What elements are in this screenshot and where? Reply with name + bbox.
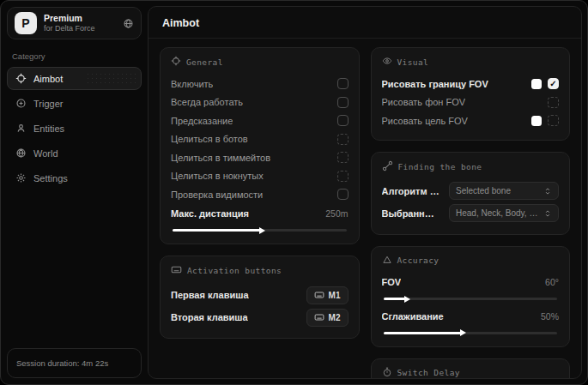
toggle-row: Целиться в тиммейтов (171, 148, 349, 167)
bone-algorithm-select[interactable]: Selected bone (449, 182, 559, 200)
slider-thumb[interactable] (404, 296, 410, 303)
smoothing-slider-group: Сглаживание 50% (382, 307, 560, 334)
slider-label: Макс. дистанция (171, 208, 249, 219)
general-header: General (171, 56, 349, 68)
bone-card: Finding the bone Алгоритм поиска кости S… (371, 152, 571, 235)
sidebar-item-label: Trigger (33, 99, 63, 109)
sidebar-item-aimbot[interactable]: Aimbot (7, 67, 142, 90)
keybind-value: M1 (329, 291, 341, 300)
app-titles: Premium for Delta Force (44, 13, 116, 33)
sidebar-item-label: Settings (33, 173, 68, 183)
toggle-row: Целиться в ботов (171, 130, 349, 149)
selected-bones-select[interactable]: Head, Neck, Body, Pe... (449, 204, 559, 222)
person-icon (15, 123, 27, 134)
activation-card: Activation buttons Первая клавиша M1 Вто… (160, 256, 360, 339)
stopwatch-icon (382, 367, 392, 379)
bone-icon (382, 160, 393, 173)
sidebar: P Premium for Delta Force Category Aimbo… (1, 1, 148, 384)
keybind-label: Вторая клавиша (171, 312, 248, 322)
color-swatch[interactable] (531, 116, 542, 126)
page-title: Aimbot (149, 7, 581, 39)
checkbox[interactable] (548, 115, 559, 126)
sidebar-item-label: Aimbot (33, 74, 63, 84)
toggle-label: Всегда работать (171, 97, 243, 107)
app-logo: P (15, 12, 37, 34)
distance-slider[interactable] (173, 229, 347, 232)
checkbox[interactable] (337, 78, 349, 89)
keyboard-icon (314, 290, 324, 300)
toggle-label: Целиться в тиммейтов (171, 153, 270, 163)
checkbox[interactable] (337, 134, 349, 145)
slider-thumb[interactable] (259, 227, 265, 234)
app-title: Premium (44, 13, 116, 24)
toggle-label: Целиться в нокнутых (171, 171, 264, 181)
checkbox[interactable] (337, 152, 349, 163)
switch-delay-card: Switch Delay Задержка переключения Задер… (371, 358, 571, 379)
keybind-row: Первая клавиша M1 (171, 284, 349, 306)
slider-thumb[interactable] (460, 329, 466, 336)
crosshair-icon (171, 56, 181, 68)
gear-icon (15, 172, 27, 183)
visual-label: Рисовать границу FOV (382, 79, 488, 89)
language-icon[interactable] (123, 18, 134, 29)
main-panel: Aimbot General Включить (148, 6, 582, 379)
fov-slider[interactable] (384, 298, 558, 300)
activation-header-label: Activation buttons (187, 266, 282, 275)
select-value: Head, Neck, Body, Pe... (456, 208, 539, 218)
checkbox[interactable] (337, 171, 349, 182)
smoothing-slider[interactable] (384, 332, 558, 334)
keybind-button[interactable]: M1 (306, 286, 349, 304)
bone-label: Выбранные кости (382, 208, 443, 219)
accuracy-header: Accuracy (382, 255, 560, 267)
slider-fill (384, 332, 462, 334)
visual-label: Рисовать фон FOV (382, 97, 466, 107)
sidebar-item-settings[interactable]: Settings (7, 166, 142, 189)
crosshair-icon (15, 73, 27, 84)
keybind-value: M2 (329, 313, 341, 322)
checkbox[interactable] (548, 78, 559, 89)
select-value: Selected bone (456, 186, 539, 196)
slider-value: 60° (545, 277, 559, 287)
bone-header: Finding the bone (382, 160, 560, 173)
visual-header-label: Visual (397, 57, 429, 67)
keybind-row: Вторая клавиша M2 (171, 306, 349, 328)
bone-header-label: Finding the bone (398, 162, 482, 171)
sidebar-item-label: Entities (33, 123, 64, 134)
visual-header: Visual (382, 56, 560, 68)
visual-controls (531, 115, 559, 126)
color-swatch[interactable] (531, 79, 542, 89)
keyboard-icon (314, 312, 324, 322)
sidebar-item-world[interactable]: World (7, 141, 142, 165)
visual-row: Рисовать цель FOV (382, 111, 560, 130)
toggle-row: Проверка видимости (171, 185, 349, 204)
checkbox[interactable] (337, 115, 349, 126)
activation-header: Activation buttons (171, 264, 349, 277)
chevrons-up-down-icon (543, 209, 552, 218)
sidebar-item-trigger[interactable]: Trigger (7, 92, 142, 115)
slider-value: 50% (541, 311, 559, 322)
bone-row: Алгоритм поиска кости Selected bone (382, 180, 560, 202)
toggle-label: Целиться в ботов (171, 134, 248, 144)
keyboard-icon (171, 264, 182, 277)
switch-delay-header-label: Switch Delay (397, 368, 460, 377)
visual-row: Рисовать границу FOV (382, 75, 560, 93)
checkbox[interactable] (337, 97, 349, 108)
toggle-row: Включить (171, 75, 349, 93)
slider-fill (173, 229, 261, 232)
sidebar-item-entities[interactable]: Entities (7, 117, 142, 140)
visual-label: Рисовать цель FOV (382, 116, 468, 126)
distance-slider-group: Макс. дистанция 250m (171, 205, 349, 232)
keybind-button[interactable]: M2 (306, 309, 349, 327)
slider-label-row: FOV 60° (382, 274, 560, 292)
toggle-label: Предсказание (171, 116, 233, 126)
content-grid: General Включить Всегда работать Предска… (149, 39, 581, 378)
slider-label: Сглаживание (382, 311, 444, 322)
toggle-row: Целиться в нокнутых (171, 167, 349, 186)
checkbox[interactable] (548, 97, 559, 108)
general-card: General Включить Всегда работать Предска… (160, 47, 360, 244)
category-label: Category (12, 51, 136, 61)
sidebar-header: P Premium for Delta Force (7, 7, 142, 39)
checkbox[interactable] (337, 189, 349, 200)
toggle-row: Всегда работать (171, 93, 349, 112)
visual-card: Visual Рисовать границу FOV Рисовать фон… (371, 47, 571, 141)
